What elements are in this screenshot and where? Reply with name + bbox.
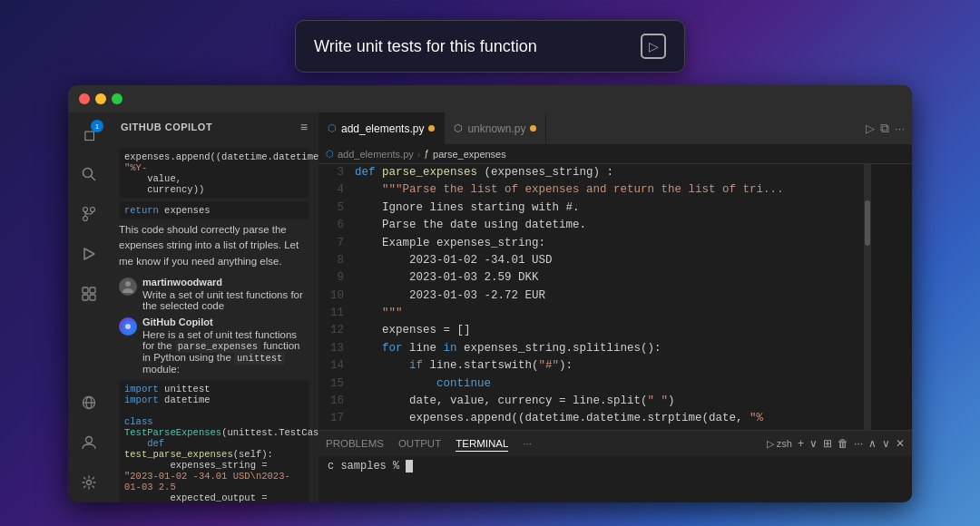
close-button[interactable] — [79, 93, 90, 104]
svg-rect-10 — [90, 295, 95, 300]
ln-17: 17 — [318, 410, 344, 427]
breadcrumb: ⬡ add_elements.py › ƒ parse_expenses — [318, 144, 912, 164]
svg-point-16 — [125, 281, 131, 287]
code-line-17: expenses.append((datetime.datetime.strpt… — [355, 410, 864, 427]
activity-run-icon[interactable] — [73, 238, 105, 270]
scrollbar-thumb[interactable] — [865, 200, 870, 246]
tab-controls: ▷ ⧉ ··· — [866, 112, 912, 144]
tab-modified-dot-2 — [530, 125, 536, 132]
editor-area: ⬡ add_elements.py ⬡ unknown.py ▷ ⧉ ··· ⬡ — [318, 112, 912, 502]
terminal-more-icon[interactable]: ··· — [854, 437, 863, 450]
tab-py-icon-2: ⬡ — [454, 122, 463, 134]
terminal-cursor: █ — [406, 460, 413, 472]
terminal-content[interactable]: c samples % █ — [318, 456, 912, 502]
sidebar-title: GITHUB COPILOT — [121, 122, 212, 132]
svg-marker-6 — [84, 248, 94, 259]
breadcrumb-function: parse_expenses — [433, 149, 506, 160]
code-line-13: for line in expenses_string.splitlines()… — [355, 340, 864, 357]
svg-point-14 — [86, 437, 93, 443]
activity-extensions-icon[interactable] — [73, 278, 105, 310]
tab-terminal[interactable]: TERMINAL — [456, 436, 508, 452]
bottom-panel: PROBLEMS OUTPUT TERMINAL ··· ▷ zsh + ∨ ⊞… — [318, 430, 912, 502]
tab-add-elements[interactable]: ⬡ add_elements.py — [318, 112, 445, 144]
code-line-15: continue — [355, 375, 864, 393]
command-bar: Write unit tests for this function ▷ — [295, 20, 685, 73]
panel-expand-icon[interactable]: ∨ — [882, 437, 890, 450]
minimize-button[interactable] — [95, 93, 106, 104]
code-line-18: value, — [355, 428, 864, 430]
ln-11: 11 — [318, 305, 344, 322]
code-lines[interactable]: def parse_expenses (expenses_string) : "… — [351, 164, 864, 430]
code-line-5: Ignore lines starting with #. — [355, 200, 864, 217]
ln-5: 5 — [318, 200, 344, 217]
terminal-shell-icon: ▷ zsh — [767, 438, 792, 450]
activity-search-icon[interactable] — [73, 158, 105, 190]
code-line-12: expenses = [] — [355, 322, 864, 339]
ln-12: 12 — [318, 322, 344, 339]
terminal-text: c samples % — [328, 460, 406, 472]
vertical-scrollbar[interactable] — [864, 164, 871, 430]
send-button[interactable]: ▷ — [641, 34, 666, 59]
breadcrumb-file-icon: ⬡ — [326, 149, 334, 159]
activity-remote-icon[interactable] — [73, 386, 105, 419]
svg-rect-7 — [83, 287, 88, 293]
activity-files-icon[interactable]: ◻ 1 — [73, 118, 105, 151]
user-avatar — [119, 278, 137, 296]
tab-problems[interactable]: PROBLEMS — [326, 436, 384, 451]
code-editor: 3 4 5 6 7 8 9 10 11 12 13 14 15 16 17 18 — [318, 164, 912, 430]
code-line-3: def parse_expenses (expenses_string) : — [355, 164, 864, 181]
panel-tabs: PROBLEMS OUTPUT TERMINAL ··· ▷ zsh + ∨ ⊞… — [318, 431, 912, 456]
ln-14: 14 — [318, 357, 344, 375]
sidebar-menu-icon[interactable]: ≡ — [300, 120, 308, 134]
sidebar-header: GITHUB COPILOT ≡ — [110, 112, 318, 140]
ln-7: 7 — [318, 235, 344, 252]
svg-point-4 — [91, 208, 95, 212]
chat-code-block: import unittest import datetime class Te… — [119, 380, 309, 502]
run-split-icon[interactable]: ▷ — [866, 122, 875, 135]
copilot-message-content: GitHub Copilot Here is a set of unit tes… — [142, 317, 309, 375]
activity-accounts-icon[interactable] — [73, 426, 105, 459]
ln-9: 9 — [318, 269, 344, 287]
tab-label-1: add_elements.py — [341, 122, 424, 135]
split-editor-icon[interactable]: ⧉ — [880, 121, 889, 136]
breadcrumb-file: add_elements.py — [338, 149, 414, 160]
main-area: ◻ 1 — [68, 112, 912, 502]
svg-point-3 — [83, 217, 88, 221]
activity-badge: 1 — [91, 120, 103, 132]
terminal-dropdown-icon[interactable]: ∨ — [809, 437, 818, 450]
activity-source-control-icon[interactable] — [73, 198, 105, 230]
terminal-trash-icon[interactable]: 🗑 — [838, 437, 848, 450]
terminal-split-icon[interactable]: ⊞ — [823, 437, 832, 450]
code-line-9: 2023-01-03 2.59 DKK — [355, 269, 864, 287]
chat-code-snippet-2: return expenses — [119, 201, 309, 219]
more-actions-icon[interactable]: ··· — [895, 122, 905, 135]
tab-unknown[interactable]: ⬡ unknown.py — [445, 112, 546, 144]
panel-close-icon[interactable]: ✕ — [896, 437, 905, 450]
copilot-avatar — [119, 317, 137, 336]
copilot-text: Here is a set of unit test functions for… — [142, 329, 309, 375]
chat-content: expenses.append((datetime.datetime.strpt… — [110, 140, 318, 502]
minimap — [871, 164, 912, 430]
tab-output[interactable]: OUTPUT — [398, 436, 441, 451]
svg-point-2 — [83, 208, 88, 212]
chat-code-snippet-1: expenses.append((datetime.datetime.strpt… — [119, 148, 309, 199]
user-message: martinwoodward Write a set of unit test … — [119, 277, 309, 311]
sidebar: GITHUB COPILOT ≡ expenses.append((dateti… — [110, 112, 318, 502]
ln-13: 13 — [318, 340, 344, 357]
copilot-message: GitHub Copilot Here is a set of unit tes… — [119, 317, 309, 375]
ln-16: 16 — [318, 393, 344, 410]
code-line-14: if line.startswith("#"): — [355, 357, 864, 375]
activity-settings-icon[interactable] — [73, 466, 105, 499]
copilot-author: GitHub Copilot — [142, 317, 309, 327]
user-message-content: martinwoodward Write a set of unit test … — [142, 277, 309, 311]
code-line-6: Parse the date using datetime. — [355, 217, 864, 234]
tab-more[interactable]: ··· — [523, 436, 532, 451]
panel-collapse-icon[interactable]: ∧ — [868, 437, 877, 450]
ln-15: 15 — [318, 375, 344, 393]
maximize-button[interactable] — [112, 93, 122, 104]
ln-8: 8 — [318, 252, 344, 269]
terminal-add-icon[interactable]: + — [798, 437, 804, 450]
svg-point-15 — [87, 481, 92, 485]
code-line-8: 2023-01-02 -34.01 USD — [355, 252, 864, 269]
ln-6: 6 — [318, 217, 344, 234]
